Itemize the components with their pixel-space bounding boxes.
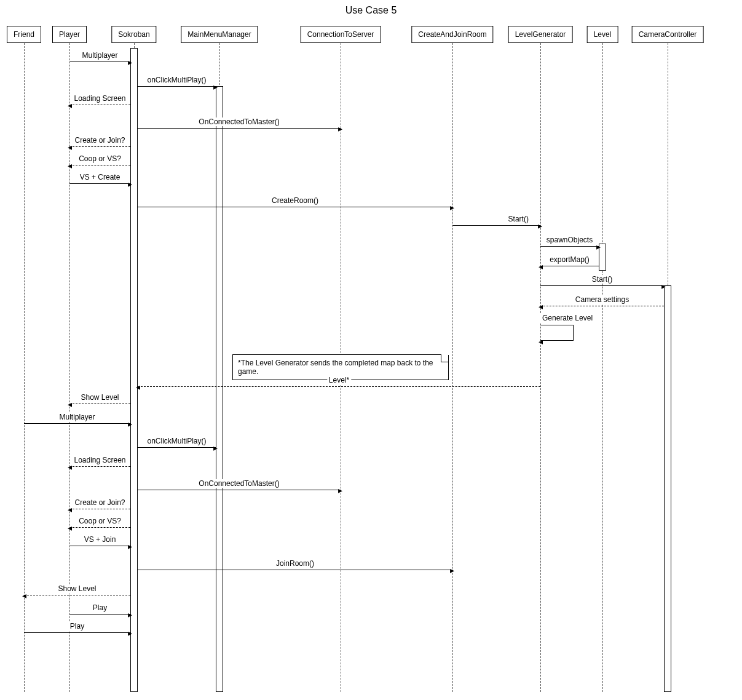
participant-room: CreateAndJoinRoom	[411, 26, 493, 43]
participant-camera: CameraController	[632, 26, 704, 43]
participant-level: Level	[587, 26, 618, 43]
lifeline-level	[602, 43, 603, 692]
lifeline-levelgen	[540, 43, 541, 692]
participant-player: Player	[52, 26, 87, 43]
participant-connection: ConnectionToServer	[301, 26, 381, 43]
activation-sokroban	[130, 48, 138, 692]
participant-levelgen: LevelGenerator	[508, 26, 573, 43]
activation-camera	[664, 285, 671, 692]
sequence-diagram: Use Case 5 Friend Player Sokroban MainMe…	[0, 0, 742, 700]
participant-mainmenu: MainMenuManager	[181, 26, 258, 43]
diagram-title: Use Case 5	[0, 5, 742, 16]
participant-sokroban: Sokroban	[111, 26, 156, 43]
msg-generate-level: ◂ Generate Level	[540, 325, 574, 341]
activation-mainmenu	[216, 86, 223, 692]
participant-friend: Friend	[7, 26, 41, 43]
lifeline-room	[452, 43, 453, 692]
